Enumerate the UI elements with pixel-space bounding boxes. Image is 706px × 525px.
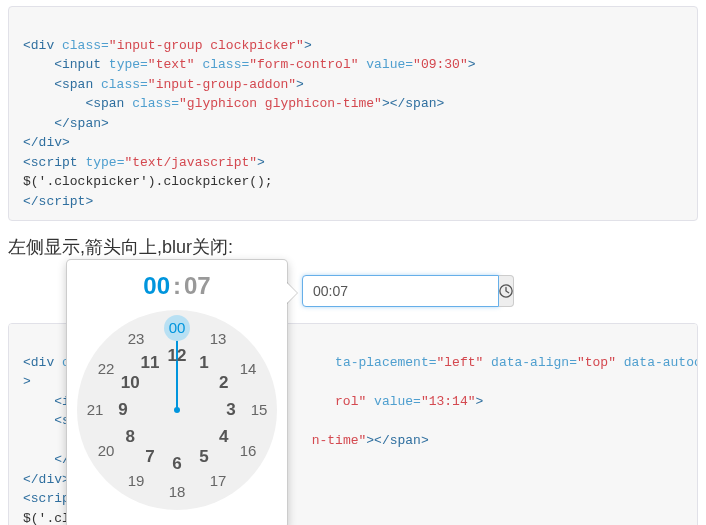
clock-tick-15[interactable]: 15 <box>246 397 272 423</box>
clock-tick-5[interactable]: 5 <box>191 444 217 470</box>
clock-hours[interactable]: 00 <box>143 272 170 299</box>
clock-tick-14[interactable]: 14 <box>235 356 261 382</box>
clock-center <box>174 407 180 413</box>
clock-tick-6[interactable]: 6 <box>164 451 190 477</box>
clock-plate[interactable]: 131415161718192021222300123456789101112 <box>77 310 277 510</box>
clock-tick-8[interactable]: 8 <box>117 424 143 450</box>
clock-demo-area: 00:07 1314151617181920212223001234567891… <box>0 269 706 525</box>
clock-title: 00:07 <box>67 260 287 310</box>
time-input-addon[interactable] <box>499 275 514 307</box>
clock-tick-2[interactable]: 2 <box>211 370 237 396</box>
code-block-1: <div class="input-group clockpicker"> <i… <box>8 6 698 221</box>
clock-tick-4[interactable]: 4 <box>211 424 237 450</box>
clock-tick-7[interactable]: 7 <box>137 444 163 470</box>
clock-tick-9[interactable]: 9 <box>110 397 136 423</box>
clock-minutes[interactable]: 07 <box>184 272 211 299</box>
clock-tick-12[interactable]: 12 <box>164 343 190 369</box>
section-heading: 左侧显示,箭头向上,blur关闭: <box>8 235 698 259</box>
clockpicker-popover[interactable]: 00:07 1314151617181920212223001234567891… <box>66 259 288 525</box>
clock-tick-20[interactable]: 20 <box>93 438 119 464</box>
time-input-group <box>302 275 402 307</box>
clock-tick-17[interactable]: 17 <box>205 468 231 494</box>
clock-tick-13[interactable]: 13 <box>205 326 231 352</box>
clock-tick-16[interactable]: 16 <box>235 438 261 464</box>
clock-tick-00[interactable]: 00 <box>164 315 190 341</box>
clock-tick-22[interactable]: 22 <box>93 356 119 382</box>
clock-tick-1[interactable]: 1 <box>191 350 217 376</box>
clock-tick-10[interactable]: 10 <box>117 370 143 396</box>
clock-tick-18[interactable]: 18 <box>164 479 190 505</box>
clock-tick-3[interactable]: 3 <box>218 397 244 423</box>
clock-icon <box>499 284 513 298</box>
clock-tick-21[interactable]: 21 <box>82 397 108 423</box>
popover-arrow <box>287 282 298 304</box>
clock-tick-19[interactable]: 19 <box>123 468 149 494</box>
clock-tick-23[interactable]: 23 <box>123 326 149 352</box>
clock-tick-11[interactable]: 11 <box>137 350 163 376</box>
time-input[interactable] <box>302 275 499 307</box>
